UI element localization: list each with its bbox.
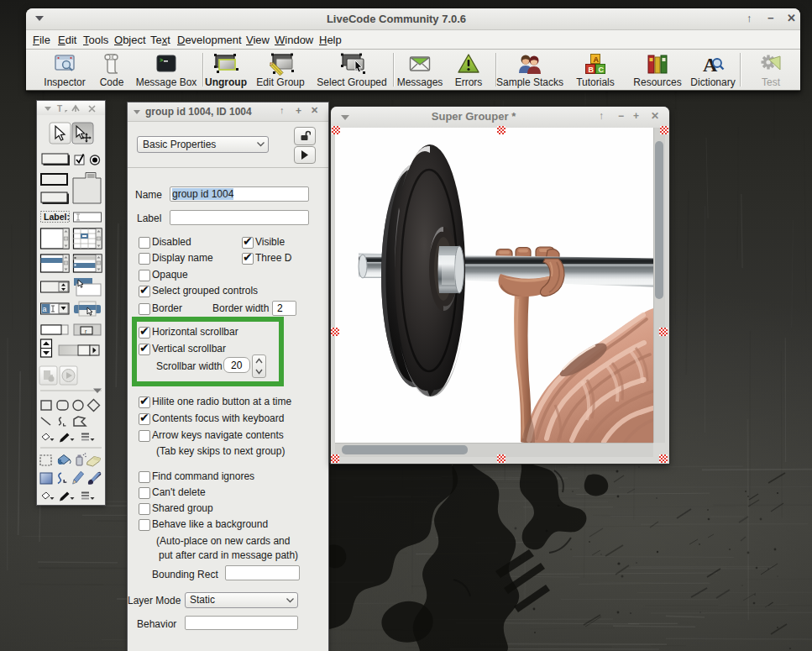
svg-text:Label:: Label: — [44, 212, 70, 222]
svg-text:B: B — [589, 66, 595, 74]
svg-text:A: A — [593, 55, 599, 64]
svg-text:T: T — [57, 104, 62, 113]
svg-text:C: C — [599, 66, 605, 74]
svg-text:>: > — [160, 57, 163, 64]
svg-text:a: a — [43, 305, 47, 313]
